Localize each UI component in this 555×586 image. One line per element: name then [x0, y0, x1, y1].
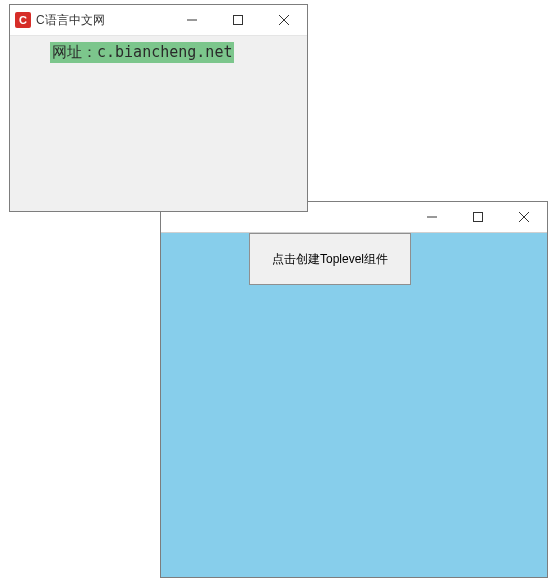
minimize-icon: [427, 212, 437, 222]
app-icon-letter: C: [19, 14, 27, 26]
create-toplevel-button-label: 点击创建Toplevel组件: [272, 251, 388, 268]
minimize-button[interactable]: [409, 202, 455, 232]
maximize-button[interactable]: [215, 5, 261, 35]
close-icon: [519, 212, 529, 222]
maximize-icon: [233, 15, 243, 25]
maximize-button[interactable]: [455, 202, 501, 232]
svg-rect-1: [234, 16, 243, 25]
svg-rect-0: [474, 213, 483, 222]
url-label: 网址：c.biancheng.net: [50, 42, 234, 63]
close-icon: [279, 15, 289, 25]
toplevel-client-area: 网址：c.biancheng.net: [10, 36, 307, 211]
toplevel-window-title: C语言中文网: [36, 12, 105, 29]
close-button[interactable]: [261, 5, 307, 35]
minimize-button[interactable]: [169, 5, 215, 35]
main-window: 点击创建Toplevel组件: [160, 201, 548, 578]
main-client-area: 点击创建Toplevel组件: [161, 233, 547, 577]
toplevel-titlebar[interactable]: C C语言中文网: [10, 5, 307, 36]
maximize-icon: [473, 212, 483, 222]
toplevel-window: C C语言中文网 网址：c.biancheng.net: [9, 4, 308, 212]
create-toplevel-button[interactable]: 点击创建Toplevel组件: [249, 233, 411, 285]
minimize-icon: [187, 15, 197, 25]
app-icon: C: [15, 12, 31, 28]
toplevel-window-icon-slot: C: [10, 5, 36, 35]
close-button[interactable]: [501, 202, 547, 232]
